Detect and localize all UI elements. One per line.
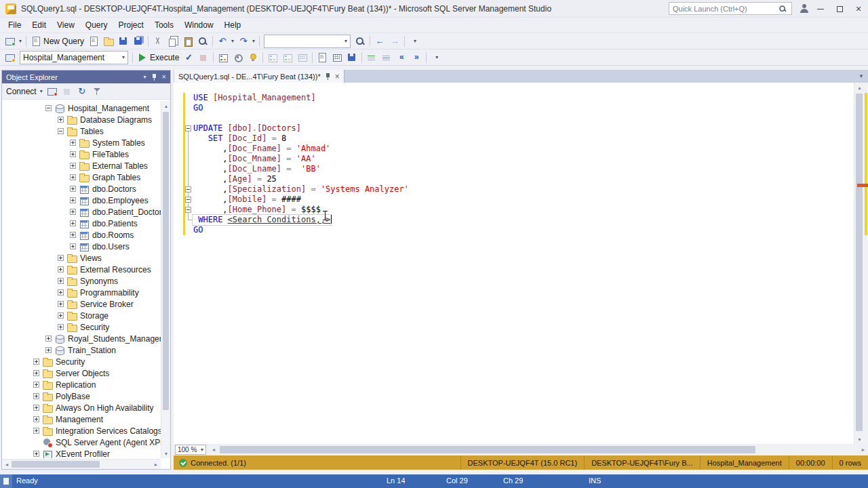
expander-plus-icon[interactable] <box>33 428 39 434</box>
client-statistics-button[interactable] <box>295 50 310 65</box>
connect-menu-button[interactable]: Connect▾ <box>4 84 45 99</box>
cut-button[interactable] <box>151 34 165 49</box>
expander-plus-icon[interactable] <box>45 336 52 342</box>
tree-item-views[interactable]: Views <box>2 252 161 264</box>
uncomment-lines-button[interactable] <box>379 50 394 65</box>
copy-button[interactable] <box>165 34 180 49</box>
results-to-text-button[interactable] <box>315 50 330 65</box>
menu-project[interactable]: Project <box>113 18 149 32</box>
tree-item-dbo-employees[interactable]: dbo.Employees <box>2 195 161 206</box>
save-button[interactable] <box>116 34 131 49</box>
intellisense-button[interactable] <box>245 50 260 65</box>
scrollbar-thumb[interactable] <box>163 112 169 410</box>
scroll-up-icon[interactable]: ▲ <box>161 101 171 110</box>
cancel-query-button[interactable] <box>196 50 211 65</box>
paste-button[interactable] <box>180 34 195 49</box>
live-query-statistics-button[interactable] <box>280 50 295 65</box>
feedback-icon[interactable] <box>799 3 810 14</box>
collapse-minus-icon[interactable] <box>185 207 191 213</box>
tree-item-external-tables[interactable]: External Tables <box>2 160 161 171</box>
menu-edit[interactable]: Edit <box>26 18 52 32</box>
menu-help[interactable]: Help <box>219 18 247 32</box>
available-databases-combo[interactable]: Hospital_Management▾ <box>20 51 128 64</box>
tree-item-service-broker[interactable]: Service Broker <box>2 298 161 310</box>
tree-item-external-resources[interactable]: External Resources <box>2 264 161 275</box>
display-estimated-plan-button[interactable] <box>216 50 231 65</box>
tree-item-dbo-rooms[interactable]: dbo.Rooms <box>2 229 161 241</box>
tab-sqlquery1[interactable]: SQLQuery1.sql - DE...4T\Fury Beat (134))… <box>174 70 344 83</box>
editor-vertical-scrollbar[interactable]: ▲ ▼ <box>854 83 864 444</box>
code-editor[interactable]: USE [Hospital_Management]GOUPDATE [dbo].… <box>174 83 868 444</box>
collapse-minus-icon[interactable] <box>185 125 191 131</box>
tree-item-dbo-patient-doctor[interactable]: dbo.Patient_Doctor <box>2 206 161 218</box>
expander-plus-icon[interactable] <box>70 151 76 157</box>
scroll-left-icon[interactable]: ◄ <box>2 460 12 469</box>
scrollbar-thumb[interactable] <box>856 94 863 431</box>
expander-plus-icon[interactable] <box>58 301 64 307</box>
expander-plus-icon[interactable] <box>58 117 64 123</box>
tree-item-graph-tables[interactable]: Graph Tables <box>2 171 161 183</box>
expander-plus-icon[interactable] <box>58 266 64 272</box>
scroll-right-icon[interactable]: ► <box>859 445 868 455</box>
object-explorer-header[interactable]: Object Explorer ▾ × <box>2 70 170 83</box>
expander-plus-icon[interactable] <box>33 382 39 388</box>
expander-plus-icon[interactable] <box>58 289 64 296</box>
expander-plus-icon[interactable] <box>70 232 76 238</box>
navigate-backward-button[interactable]: ← <box>372 34 387 49</box>
expander-plus-icon[interactable] <box>33 359 39 365</box>
expander-minus-icon[interactable] <box>45 105 52 111</box>
undo-button[interactable]: ↶▾ <box>215 34 236 49</box>
toolbar-options-button[interactable]: ▾ <box>407 34 422 49</box>
tree-item-sql-server-agent-agent-xps-dis[interactable]: SQL Server Agent (Agent XPs dis... <box>2 436 161 448</box>
tree-item-security[interactable]: Security <box>2 321 161 333</box>
expander-plus-icon[interactable] <box>58 312 64 319</box>
tree-item-dbo-patients[interactable]: dbo.Patients <box>2 218 161 229</box>
decrease-indent-button[interactable]: « <box>394 50 409 65</box>
include-actual-plan-button[interactable] <box>265 50 280 65</box>
collapse-minus-icon[interactable] <box>185 186 191 192</box>
tree-item-programmability[interactable]: Programmability <box>2 287 161 298</box>
tree-item-dbo-doctors[interactable]: dbo.Doctors <box>2 183 161 195</box>
expander-plus-icon[interactable] <box>45 347 52 353</box>
parse-button[interactable]: ✓ <box>181 50 196 65</box>
results-to-grid-button[interactable] <box>330 50 344 65</box>
expander-plus-icon[interactable] <box>70 186 76 192</box>
scroll-down-icon[interactable]: ▼ <box>854 434 865 444</box>
scroll-left-icon[interactable]: ◄ <box>209 445 218 455</box>
expander-plus-icon[interactable] <box>58 255 64 261</box>
tree-item-server-objects[interactable]: Server Objects <box>2 367 161 379</box>
open-file-button[interactable] <box>101 34 116 49</box>
expander-plus-icon[interactable] <box>58 324 64 330</box>
save-all-button[interactable] <box>131 34 146 49</box>
close-icon[interactable]: × <box>162 73 166 81</box>
collapse-minus-icon[interactable] <box>185 197 191 203</box>
tree-item-storage[interactable]: Storage <box>2 310 161 321</box>
tree-item-tables[interactable]: Tables <box>2 125 161 137</box>
tree-item-replication[interactable]: Replication <box>2 379 161 390</box>
maximize-button[interactable] <box>830 0 849 18</box>
menu-query[interactable]: Query <box>80 18 113 32</box>
tree-item-royal-students-manager[interactable]: Royal_Students_Manager <box>2 333 161 344</box>
expander-plus-icon[interactable] <box>70 243 76 249</box>
tree-item-database-diagrams[interactable]: Database Diagrams <box>2 114 161 125</box>
tree-item-polybase[interactable]: PolyBase <box>2 390 161 402</box>
tree-item-hospital-management[interactable]: Hospital_Management <box>2 102 161 114</box>
object-explorer-horizontal-scrollbar[interactable]: ◄ ► <box>2 459 161 469</box>
expander-plus-icon[interactable] <box>33 370 39 376</box>
redo-button[interactable]: ↷▾ <box>236 34 257 49</box>
expander-plus-icon[interactable] <box>33 451 39 457</box>
scroll-down-icon[interactable]: ▼ <box>161 449 171 458</box>
close-button[interactable]: × <box>849 0 868 18</box>
tree-item-security[interactable]: Security <box>2 356 161 367</box>
scrollbar-thumb[interactable] <box>220 446 755 453</box>
tree-item-integration-services-catalogs[interactable]: Integration Services Catalogs <box>2 425 161 436</box>
expander-plus-icon[interactable] <box>70 140 76 146</box>
new-database-engine-query-button[interactable] <box>86 34 101 49</box>
tree-item-management[interactable]: Management <box>2 413 161 425</box>
menu-view[interactable]: View <box>52 18 80 32</box>
new-query-button[interactable]: New Query <box>28 34 86 49</box>
scroll-right-icon[interactable]: ► <box>151 460 161 469</box>
editor-horizontal-scrollbar[interactable] <box>218 445 857 455</box>
expander-plus-icon[interactable] <box>70 209 76 215</box>
expander-plus-icon[interactable] <box>70 220 76 226</box>
